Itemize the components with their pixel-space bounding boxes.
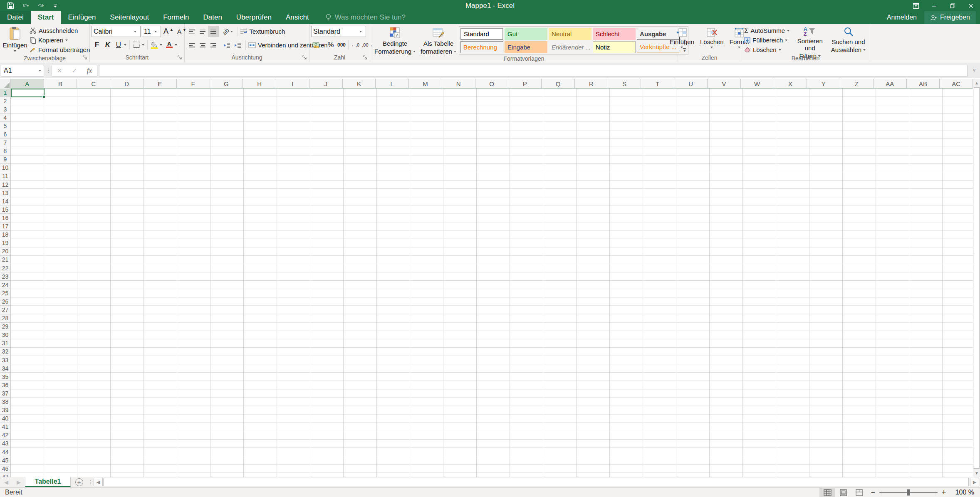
style-eingabe[interactable]: Eingabe [505, 41, 547, 53]
autosum-button[interactable]: Σ AutoSumme [743, 26, 792, 35]
tab-seitenlayout[interactable]: Seitenlayout [103, 11, 156, 24]
grow-font-button[interactable]: A▲ [162, 26, 175, 37]
sign-in-button[interactable]: Anmelden [881, 14, 923, 21]
fill-handle[interactable] [42, 95, 45, 98]
page-break-view-button[interactable] [851, 488, 867, 497]
column-header-b[interactable]: B [44, 79, 77, 89]
align-bottom-button[interactable] [208, 26, 219, 37]
vertical-scrollbar[interactable]: ▲ ▼ [973, 79, 980, 477]
row-header-17[interactable]: 17 [0, 223, 10, 231]
horizontal-scroll-thumb[interactable] [103, 478, 969, 486]
column-header-y[interactable]: Y [807, 79, 840, 89]
page-layout-view-button[interactable] [835, 488, 851, 497]
save-icon[interactable] [3, 0, 17, 11]
column-header-c[interactable]: C [77, 79, 110, 89]
cell-grid[interactable] [11, 89, 973, 477]
increase-decimal-button[interactable]: ←,0 [350, 39, 361, 50]
tell-me-box[interactable]: Was möchten Sie tun? [325, 11, 406, 24]
column-header-w[interactable]: W [741, 79, 774, 89]
row-header-14[interactable]: 14 [0, 197, 10, 205]
align-left-button[interactable] [186, 40, 197, 51]
row-header-42[interactable]: 42 [0, 431, 10, 440]
row-header-15[interactable]: 15 [0, 205, 10, 214]
column-header-t[interactable]: T [641, 79, 674, 89]
row-header-20[interactable]: 20 [0, 247, 10, 256]
column-header-aa[interactable]: AA [874, 79, 907, 89]
row-header-39[interactable]: 39 [0, 406, 10, 415]
column-header-ab[interactable]: AB [907, 79, 940, 89]
column-header-x[interactable]: X [774, 79, 807, 89]
formula-bar-splitter[interactable]: ⋮ [46, 67, 50, 74]
undo-dropdown-icon[interactable]: ▾ [27, 3, 29, 8]
row-header-35[interactable]: 35 [0, 373, 10, 381]
column-header-k[interactable]: K [343, 79, 376, 89]
hscroll-left-icon[interactable]: ◀ [94, 478, 103, 486]
style-notiz[interactable]: Notiz [593, 41, 636, 53]
paste-button[interactable]: Einfügen [2, 25, 28, 54]
scroll-up-icon[interactable]: ▲ [973, 79, 980, 87]
column-header-l[interactable]: L [376, 79, 409, 89]
column-header-ac[interactable]: AC [940, 79, 973, 89]
zoom-out-button[interactable]: − [867, 488, 879, 497]
row-header-19[interactable]: 19 [0, 239, 10, 247]
column-header-r[interactable]: R [575, 79, 608, 89]
font-size-select[interactable]: 11 [142, 26, 161, 37]
column-header-e[interactable]: E [144, 79, 177, 89]
number-format-select[interactable]: Standard [311, 26, 366, 37]
insert-function-icon[interactable]: fx [82, 65, 97, 76]
row-header-10[interactable]: 10 [0, 164, 10, 172]
dialog-launcher-icon[interactable] [177, 54, 183, 61]
cut-button[interactable]: Ausschneiden [28, 26, 91, 35]
sheet-prev-icon[interactable]: ◀ [0, 477, 12, 487]
row-header-46[interactable]: 46 [0, 465, 10, 473]
fill-color-dropdown-icon[interactable] [160, 44, 162, 46]
orientation-button[interactable]: ab [221, 26, 234, 37]
column-header-v[interactable]: V [708, 79, 741, 89]
row-header-22[interactable]: 22 [0, 264, 10, 272]
dialog-launcher-icon[interactable] [362, 54, 369, 61]
column-header-n[interactable]: N [442, 79, 475, 89]
ribbon-display-options-icon[interactable] [907, 0, 925, 11]
row-header-32[interactable]: 32 [0, 348, 10, 356]
align-top-button[interactable] [186, 26, 197, 37]
zoom-slider-thumb[interactable] [907, 490, 910, 496]
row-header-41[interactable]: 41 [0, 423, 10, 431]
delete-cells-dropdown-icon[interactable] [710, 47, 713, 48]
percent-style-button[interactable]: % [325, 39, 336, 50]
zoom-slider[interactable] [879, 488, 938, 497]
row-header-3[interactable]: 3 [0, 105, 10, 114]
qat-customize-icon[interactable] [48, 0, 62, 11]
format-painter-button[interactable]: Format übertragen [28, 45, 91, 54]
row-header-21[interactable]: 21 [0, 256, 10, 264]
conditional-formatting-button[interactable]: ≠ Bedingte Formatierung [372, 25, 418, 54]
increase-indent-button[interactable] [232, 40, 243, 51]
column-header-s[interactable]: S [608, 79, 641, 89]
select-all-corner[interactable] [0, 79, 11, 89]
row-header-6[interactable]: 6 [0, 130, 10, 138]
font-name-select[interactable]: Calibri [92, 26, 141, 37]
style-standard[interactable]: Standard [460, 28, 503, 40]
column-header-z[interactable]: Z [840, 79, 874, 89]
row-header-31[interactable]: 31 [0, 339, 10, 348]
borders-dropdown-icon[interactable] [142, 44, 144, 46]
dialog-launcher-icon[interactable] [82, 54, 88, 61]
decrease-indent-button[interactable] [221, 40, 232, 51]
row-header-26[interactable]: 26 [0, 297, 10, 306]
style-erklärender[interactable]: Erklärender ... [549, 41, 591, 53]
style-gut[interactable]: Gut [505, 28, 547, 40]
currency-button[interactable] [311, 39, 325, 50]
style-schlecht[interactable]: Schlecht [593, 28, 636, 40]
row-header-5[interactable]: 5 [0, 122, 10, 130]
align-middle-button[interactable] [197, 26, 208, 37]
sort-filter-button[interactable]: AZ Sortieren und Filtern [792, 25, 829, 54]
format-as-table-button[interactable]: Als Tabelle formatieren [418, 25, 459, 54]
column-header-m[interactable]: M [409, 79, 442, 89]
hscroll-right-icon[interactable]: ▶ [970, 478, 979, 486]
font-color-dropdown-icon[interactable] [175, 44, 177, 46]
row-header-45[interactable]: 45 [0, 456, 10, 465]
row-header-13[interactable]: 13 [0, 189, 10, 197]
row-header-37[interactable]: 37 [0, 389, 10, 398]
row-header-40[interactable]: 40 [0, 415, 10, 423]
sheet-tab-tabelle1[interactable]: Tabelle1 [25, 477, 71, 487]
borders-button[interactable] [131, 39, 142, 50]
